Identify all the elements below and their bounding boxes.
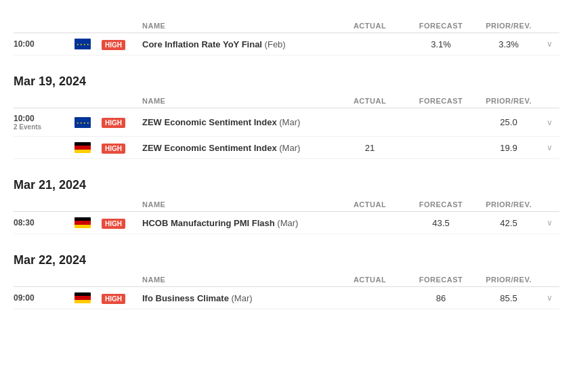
col-header-name: NAME xyxy=(142,200,336,209)
row-badge: HIGH xyxy=(102,39,142,49)
flag-de xyxy=(75,292,91,303)
row-badge: HIGH xyxy=(102,218,142,228)
section-3: Mar 22, 2024NAMEACTUALFORECASTPRIOR/REV.… xyxy=(14,253,559,309)
col-header-prior: PRIOR/REV. xyxy=(478,200,539,209)
row-forecast: 43.5 xyxy=(404,218,478,228)
col-header-name: NAME xyxy=(142,22,336,30)
row-time: 10:002 Events xyxy=(14,114,75,131)
table-header-1: NAMEACTUALFORECASTPRIOR/REV. xyxy=(14,94,559,108)
row-prior: 85.5 xyxy=(478,293,539,303)
table-3: NAMEACTUALFORECASTPRIOR/REV.09:00HIGHIfo… xyxy=(14,273,559,309)
section-date-1: Mar 19, 2024 xyxy=(14,74,559,89)
row-time-sub: 2 Events xyxy=(14,123,75,131)
col-header-actual: ACTUAL xyxy=(336,200,404,209)
row-prior: 19.9 xyxy=(478,143,539,153)
col-header-forecast: FORECAST xyxy=(404,22,478,30)
table-header-0: NAMEACTUALFORECASTPRIOR/REV. xyxy=(14,19,559,33)
row-forecast: 86 xyxy=(404,293,478,303)
flag-de xyxy=(75,217,91,228)
flag-eu xyxy=(75,39,91,49)
table-row: 09:00HIGHIfo Business Climate (Mar)8685.… xyxy=(14,287,559,309)
col-header-prior: PRIOR/REV. xyxy=(478,97,539,105)
high-badge: HIGH xyxy=(102,40,125,50)
table-row: 08:30HIGHHCOB Manufacturing PMI Flash (M… xyxy=(14,212,559,234)
section-0: NAMEACTUALFORECASTPRIOR/REV.10:00HIGHCor… xyxy=(14,19,559,56)
sections-container: NAMEACTUALFORECASTPRIOR/REV.10:00HIGHCor… xyxy=(14,19,559,309)
row-event-name: Ifo Business Climate (Mar) xyxy=(142,293,336,303)
table-2: NAMEACTUALFORECASTPRIOR/REV.08:30HIGHHCO… xyxy=(14,198,559,234)
high-badge: HIGH xyxy=(102,144,125,154)
row-expand-chevron[interactable]: ∨ xyxy=(539,143,559,152)
table-header-3: NAMEACTUALFORECASTPRIOR/REV. xyxy=(14,273,559,287)
table-row: 10:002 EventsHIGHZEW Economic Sentiment … xyxy=(14,108,559,137)
table-1: NAMEACTUALFORECASTPRIOR/REV.10:002 Event… xyxy=(14,94,559,159)
col-header-actual: ACTUAL xyxy=(336,97,404,105)
row-badge: HIGH xyxy=(102,293,142,303)
col-header-forecast: FORECAST xyxy=(404,276,478,284)
high-badge: HIGH xyxy=(102,219,125,229)
section-date-3: Mar 22, 2024 xyxy=(14,253,559,267)
row-flag xyxy=(75,217,102,228)
high-badge: HIGH xyxy=(102,294,125,304)
col-header-forecast: FORECAST xyxy=(404,97,478,105)
row-badge: HIGH xyxy=(102,143,142,153)
col-header-prior: PRIOR/REV. xyxy=(478,276,539,284)
table-row: HIGHZEW Economic Sentiment Index (Mar)21… xyxy=(14,137,559,159)
table-header-2: NAMEACTUALFORECASTPRIOR/REV. xyxy=(14,198,559,212)
row-expand-chevron[interactable]: ∨ xyxy=(539,118,559,127)
row-time: 08:30 xyxy=(14,218,75,227)
row-actual: 21 xyxy=(336,143,404,153)
flag-de xyxy=(75,142,91,153)
page-wrapper: NAMEACTUALFORECASTPRIOR/REV.10:00HIGHCor… xyxy=(14,11,559,309)
row-prior: 25.0 xyxy=(478,117,539,127)
table-0: NAMEACTUALFORECASTPRIOR/REV.10:00HIGHCor… xyxy=(14,19,559,56)
row-forecast: 3.1% xyxy=(404,39,478,49)
section-date-2: Mar 21, 2024 xyxy=(14,178,559,192)
col-header-prior: PRIOR/REV. xyxy=(478,22,539,30)
row-expand-chevron[interactable]: ∨ xyxy=(539,293,559,303)
col-header-name: NAME xyxy=(142,276,336,284)
row-prior: 42.5 xyxy=(478,218,539,228)
row-time: 09:00 xyxy=(14,293,75,303)
col-header-name: NAME xyxy=(142,97,336,105)
flag-eu xyxy=(75,117,91,128)
row-event-name: ZEW Economic Sentiment Index (Mar) xyxy=(142,117,336,127)
row-event-name: Core Inflation Rate YoY Final (Feb) xyxy=(142,39,336,49)
row-prior: 3.3% xyxy=(478,39,539,49)
row-flag xyxy=(75,292,102,303)
row-time: 10:00 xyxy=(14,39,75,49)
row-expand-chevron[interactable]: ∨ xyxy=(539,39,559,49)
col-header-forecast: FORECAST xyxy=(404,200,478,209)
col-header-actual: ACTUAL xyxy=(336,276,404,284)
row-event-name: HCOB Manufacturing PMI Flash (Mar) xyxy=(142,218,336,228)
row-badge: HIGH xyxy=(102,117,142,127)
col-header-actual: ACTUAL xyxy=(336,22,404,30)
high-badge: HIGH xyxy=(102,118,125,128)
row-flag xyxy=(75,142,102,153)
row-flag xyxy=(75,39,102,49)
table-row: 10:00HIGHCore Inflation Rate YoY Final (… xyxy=(14,33,559,56)
row-event-name: ZEW Economic Sentiment Index (Mar) xyxy=(142,143,336,153)
section-1: Mar 19, 2024NAMEACTUALFORECASTPRIOR/REV.… xyxy=(14,74,559,159)
row-flag xyxy=(75,117,102,128)
row-expand-chevron[interactable]: ∨ xyxy=(539,218,559,227)
section-2: Mar 21, 2024NAMEACTUALFORECASTPRIOR/REV.… xyxy=(14,178,559,234)
